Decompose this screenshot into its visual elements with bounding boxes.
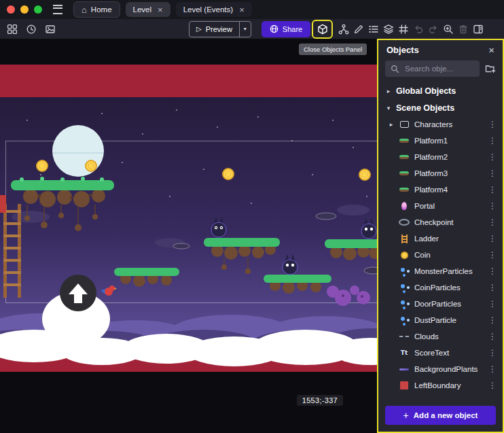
close-tab-icon[interactable]: × [158,5,163,15]
tooltip: Close Objects Panel [299,44,367,55]
close-panel-icon[interactable]: × [488,45,494,55]
add-folder-icon[interactable] [485,63,496,74]
object-row[interactable]: ▸ Platform3 ⋮ [378,165,503,181]
kebab-menu-icon[interactable]: ⋮ [487,136,498,145]
export-image-icon[interactable] [43,20,56,37]
kebab-menu-icon[interactable]: ⋮ [487,185,498,194]
zoom-icon[interactable] [442,20,454,37]
tab-level[interactable]: Level × [126,2,170,17]
kebab-menu-icon[interactable]: ⋮ [487,250,498,260]
events-list-icon[interactable] [367,20,380,37]
object-row[interactable]: ▸ Ladder ⋮ [378,230,503,247]
particles-icon [399,266,410,277]
object-row[interactable]: ▸ CoinParticles ⋮ [378,279,503,296]
object-label: DoorParticles [414,300,482,308]
clouds-icon [399,331,410,342]
tab-level-events[interactable]: Level (Events) × [176,2,252,17]
object-row[interactable]: ▸ Clouds ⋮ [378,328,503,345]
kebab-menu-icon[interactable]: ⋮ [487,169,498,178]
kebab-menu-icon[interactable]: ⋮ [487,120,498,129]
object-row-arrow chevron-icon[interactable]: ▸ [389,121,394,128]
left-boundary-object[interactable] [0,195,6,213]
plus-icon: + [403,410,409,421]
search-box[interactable] [385,60,480,77]
scene-render [0,39,377,433]
object-row[interactable]: ▸ ScoreText ⋮ [378,345,503,361]
object-row[interactable]: ▸ Platform1 ⋮ [378,133,503,149]
object-label: Platform1 [414,137,482,145]
redo-icon[interactable] [427,20,439,37]
objects-panel-toggle-highlight [312,20,333,39]
object-row[interactable]: ▸ LeftBoundary ⋮ [378,377,503,394]
share-button[interactable]: Share [262,21,310,37]
scene-canvas[interactable]: 1553;-337 [0,39,377,433]
kebab-menu-icon[interactable]: ⋮ [487,218,498,227]
object-label: Clouds [414,332,482,341]
group-arrow chevron-icon[interactable]: ▾ [385,105,392,111]
jump-arrow-object[interactable] [60,275,96,311]
preview-button[interactable]: ▷ Preview ▾ [189,21,251,37]
group-scene-objects[interactable]: ▾ Scene Objects [378,99,503,116]
close-window-button[interactable] [7,5,15,14]
platform-icon [399,184,410,195]
undo-icon[interactable] [412,20,425,37]
preview-dropdown[interactable]: ▾ [239,22,251,37]
object-row[interactable]: ▸ Checkpoint ⋮ [378,214,503,230]
kebab-menu-icon[interactable]: ⋮ [487,201,498,211]
trash-icon[interactable] [456,20,469,37]
object-label: MonsterParticles [414,267,482,275]
object-label: Portal [414,202,482,210]
kebab-menu-icon[interactable]: ⋮ [487,381,498,390]
close-tab-icon[interactable]: × [239,5,245,15]
objects-panel-icon[interactable] [317,20,328,37]
kebab-menu-icon[interactable]: ⋮ [487,283,498,292]
kebab-menu-icon[interactable]: ⋮ [487,299,498,309]
group-global-objects[interactable]: ▸ Global Objects [378,82,503,99]
object-row[interactable]: ▸ Portal ⋮ [378,198,503,214]
history-icon[interactable] [24,20,37,37]
kebab-menu-icon[interactable]: ⋮ [487,348,498,358]
object-row[interactable]: ▸ MonsterParticles ⋮ [378,263,503,279]
preview-label: Preview [206,25,232,33]
object-row[interactable]: ▸ DoorParticles ⋮ [378,296,503,312]
object-label: Ladder [414,235,482,243]
minimize-window-button[interactable] [20,5,29,14]
edit-icon[interactable] [352,20,365,37]
object-row[interactable]: ▸ Characters ⋮ [378,116,503,133]
group-arrow chevron-icon[interactable]: ▸ [385,88,392,94]
home-icon: ⌂ [82,5,87,15]
menu-icon[interactable] [53,5,62,14]
search-input[interactable] [403,64,474,73]
scene-properties-icon[interactable] [471,20,484,37]
kebab-menu-icon[interactable]: ⋮ [487,234,498,243]
leftboundary-icon [399,380,410,391]
kebab-menu-icon[interactable]: ⋮ [487,332,498,341]
kebab-menu-icon[interactable]: ⋮ [487,152,498,162]
object-row[interactable]: ▸ Platform4 ⋮ [378,181,503,198]
kebab-menu-icon[interactable]: ⋮ [487,364,498,374]
object-label: Coin [414,251,482,259]
object-row[interactable]: ▸ DustParticle ⋮ [378,312,503,328]
project-manager-icon[interactable] [5,20,18,37]
object-label: Characters [414,120,482,128]
top-boundary-object[interactable] [0,65,377,97]
object-label: CoinParticles [414,283,482,292]
object-row[interactable]: ▸ Coin ⋮ [378,247,503,263]
kebab-menu-icon[interactable]: ⋮ [487,266,498,276]
kebab-menu-icon[interactable]: ⋮ [487,315,498,325]
object-groups-icon[interactable] [337,20,350,37]
tab-home[interactable]: ⌂ Home [73,1,120,18]
window-controls [7,5,42,14]
maximize-window-button[interactable] [34,5,42,14]
scoretext-icon [399,347,410,358]
objects-panel-header: Objects × [378,40,503,59]
layers-icon[interactable] [382,20,395,37]
platform-icon [399,135,410,146]
object-row[interactable]: ▸ BackgroundPlants ⋮ [378,361,503,377]
grid-icon[interactable] [397,20,410,37]
titlebar: ⌂ Home Level × Level (Events) × [0,0,504,19]
object-label: LeftBoundary [414,381,482,389]
add-object-button[interactable]: + Add a new object [385,406,496,425]
object-row[interactable]: ▸ Platform2 ⋮ [378,149,503,165]
particles-icon [399,315,410,326]
